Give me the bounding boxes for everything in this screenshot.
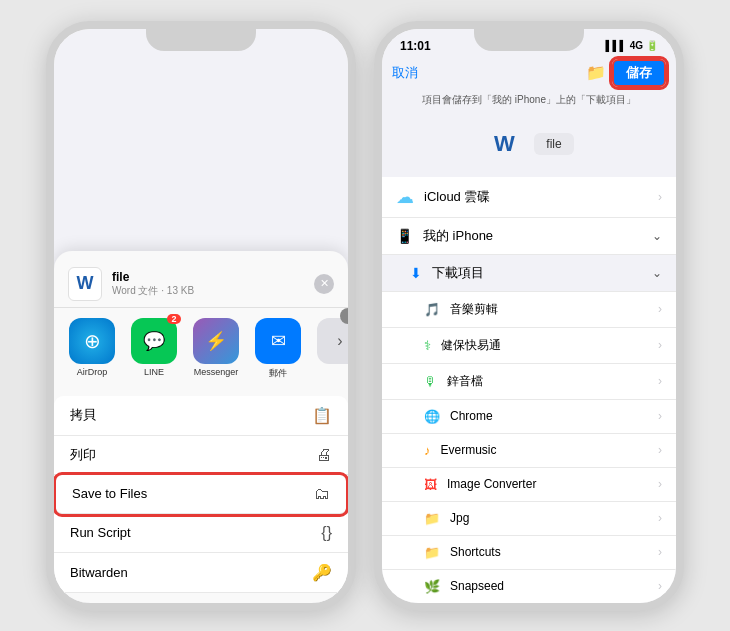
file-preview-row: W file <box>382 113 676 177</box>
action-save-to-files[interactable]: Save to Files 🗂 <box>56 475 346 514</box>
mail-label: 郵件 <box>269 367 287 380</box>
share-sheet: W file Word 文件 · 13 KB ✕ ⊕ AirDrop <box>54 251 348 603</box>
new-folder-icon[interactable]: 📁 <box>586 63 606 82</box>
icloud-icon: ☁ <box>396 186 414 208</box>
word-icon: W <box>494 131 515 157</box>
status-icons-right: ▌▌▌ 4G 🔋 <box>605 40 658 51</box>
snapseed-chevron: › <box>658 579 662 593</box>
sheet-close-button[interactable]: ✕ <box>314 274 334 294</box>
print-label: 列印 <box>70 446 96 464</box>
action-run-script[interactable]: Run Script {} <box>54 514 348 553</box>
folder-health[interactable]: ⚕ 健保快易通 › <box>382 328 676 364</box>
messenger-icon: ⚡ <box>193 318 239 364</box>
action-bitwarden[interactable]: Bitwarden 🔑 <box>54 553 348 593</box>
save-button[interactable]: 儲存 <box>612 59 666 87</box>
copy-label: 拷貝 <box>70 406 96 424</box>
phone-left: 11:00 ▌▌▌ 4G 🔋 完成 file.docx ↑ 基本資料 性別：男 … <box>46 21 356 611</box>
zinc-chevron: › <box>658 374 662 388</box>
app-more[interactable]: › <box>316 318 348 380</box>
icloud-name: iCloud 雲碟 <box>424 188 648 206</box>
folder-image-converter[interactable]: 🖼 Image Converter › <box>382 468 676 502</box>
battery-icon-right: 🔋 <box>646 40 658 51</box>
jpg-chevron: › <box>658 511 662 525</box>
network-type-right: 4G <box>630 40 643 51</box>
iphone-icon: 📱 <box>396 228 413 244</box>
jpg-name: Jpg <box>450 511 648 525</box>
messenger-label: Messenger <box>194 367 239 377</box>
folder-jpg[interactable]: 📁 Jpg › <box>382 502 676 536</box>
more-icon: › <box>317 318 348 364</box>
print-icon: 🖨 <box>316 446 332 464</box>
health-chevron: › <box>658 338 662 352</box>
line-label: LINE <box>144 367 164 377</box>
app-line[interactable]: 💬 2 LINE <box>130 318 178 380</box>
health-icon: ⚕ <box>424 338 431 353</box>
folder-zinc[interactable]: 🎙 鋅音檔 › <box>382 364 676 400</box>
music-edit-chevron: › <box>658 302 662 316</box>
file-browser: ☁ iCloud 雲碟 › 📱 我的 iPhone ⌄ ⬇ 下載項目 ⌄ 🎵 音… <box>382 177 676 603</box>
folder-chrome[interactable]: 🌐 Chrome › <box>382 400 676 434</box>
app-airdrop[interactable]: ⊕ AirDrop <box>68 318 116 380</box>
file-name: file <box>112 270 304 284</box>
image-converter-chevron: › <box>658 477 662 491</box>
line-icon: 💬 2 <box>131 318 177 364</box>
apps-scroll: ⊕ AirDrop 💬 2 LINE ⚡ Messenger <box>54 308 348 390</box>
shortcuts-chevron: › <box>658 545 662 559</box>
folder-music-edit[interactable]: 🎵 音樂剪輯 › <box>382 292 676 328</box>
signal-bars-right: ▌▌▌ <box>605 40 626 51</box>
chrome-icon: 🌐 <box>424 409 440 424</box>
icloud-chevron: › <box>658 190 662 204</box>
action-copy[interactable]: 拷貝 📋 <box>54 396 348 436</box>
iphone-name: 我的 iPhone <box>423 227 642 245</box>
zinc-name: 鋅音檔 <box>447 373 648 390</box>
folder-icloud[interactable]: ☁ iCloud 雲碟 › <box>382 177 676 218</box>
notch-left <box>146 29 256 51</box>
shortcuts-icon: 📁 <box>424 545 440 560</box>
chrome-chevron: › <box>658 409 662 423</box>
save-to-files-label: Save to Files <box>72 486 147 501</box>
run-script-label: Run Script <box>70 525 131 540</box>
line-badge: 2 <box>167 314 181 324</box>
notch-right <box>474 29 584 51</box>
folder-evermusic[interactable]: ♪ Evermusic › <box>382 434 676 468</box>
copy-icon: 📋 <box>312 406 332 425</box>
image-converter-name: Image Converter <box>447 477 648 491</box>
app-messenger[interactable]: ⚡ Messenger <box>192 318 240 380</box>
save-subtitle: 項目會儲存到「我的 iPhone」上的「下載項目」 <box>382 93 676 113</box>
file-preview-icon: W <box>484 121 524 167</box>
file-meta: Word 文件 · 13 KB <box>112 284 304 298</box>
health-name: 健保快易通 <box>441 337 648 354</box>
bitwarden-label: Bitwarden <box>70 565 128 580</box>
chrome-name: Chrome <box>450 409 648 423</box>
app-mail[interactable]: ✉ 郵件 <box>254 318 302 380</box>
folder-iphone[interactable]: 📱 我的 iPhone ⌄ <box>382 218 676 255</box>
action-print[interactable]: 列印 🖨 <box>54 436 348 475</box>
evermusic-name: Evermusic <box>441 443 649 457</box>
iphone-chevron: ⌄ <box>652 229 662 243</box>
evermusic-chevron: › <box>658 443 662 457</box>
evermusic-icon: ♪ <box>424 443 431 458</box>
folder-shortcuts[interactable]: 📁 Shortcuts › <box>382 536 676 570</box>
downloads-name: 下載項目 <box>432 264 642 282</box>
time-right: 11:01 <box>400 39 431 53</box>
folder-snapseed[interactable]: 🌿 Snapseed › <box>382 570 676 603</box>
folder-downloads[interactable]: ⬇ 下載項目 ⌄ <box>382 255 676 292</box>
airdrop-label: AirDrop <box>77 367 108 377</box>
zinc-icon: 🎙 <box>424 374 437 389</box>
downloads-chevron: ⌄ <box>652 266 662 280</box>
nav-bar-right: 取消 📁 儲存 <box>382 57 676 93</box>
phone-right: 11:01 ▌▌▌ 4G 🔋 取消 📁 儲存 項目會儲存到「我的 iPhone」… <box>374 21 684 611</box>
image-converter-icon: 🖼 <box>424 477 437 492</box>
file-info: file Word 文件 · 13 KB <box>112 270 304 298</box>
file-icon-w: W <box>68 267 102 301</box>
music-edit-name: 音樂剪輯 <box>450 301 648 318</box>
nav-right-actions: 📁 儲存 <box>586 59 666 87</box>
cancel-button[interactable]: 取消 <box>392 64 418 82</box>
airdrop-symbol: ⊕ <box>84 329 101 353</box>
bitwarden-icon: 🔑 <box>312 563 332 582</box>
sheet-file-row: W file Word 文件 · 13 KB ✕ <box>54 261 348 308</box>
file-preview-name: file <box>534 133 573 155</box>
run-script-icon: {} <box>321 524 332 542</box>
airdrop-icon: ⊕ <box>69 318 115 364</box>
mail-icon: ✉ <box>255 318 301 364</box>
